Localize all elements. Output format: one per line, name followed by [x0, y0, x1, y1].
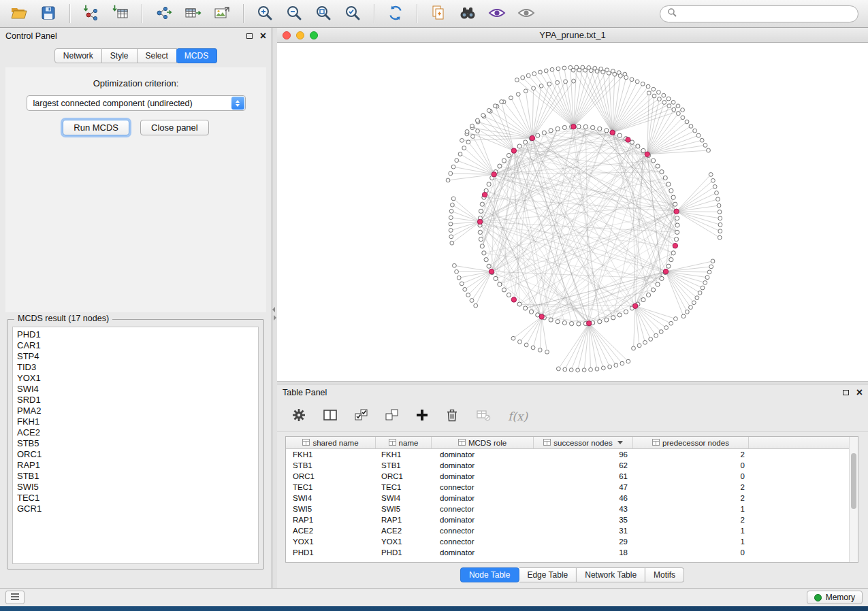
column-header-predecessor-nodes[interactable]: predecessor nodes — [633, 437, 749, 448]
mcds-result-item[interactable]: GCR1 — [13, 503, 258, 514]
export-image-button[interactable] — [210, 3, 234, 24]
style-preview-button[interactable] — [485, 3, 509, 24]
table-scrollbar[interactable] — [849, 437, 858, 562]
mcds-result-item[interactable]: STB5 — [13, 438, 258, 449]
search-input[interactable] — [681, 9, 851, 18]
network-view[interactable] — [277, 43, 868, 381]
float-panel-icon[interactable] — [246, 33, 253, 39]
create-column-button[interactable] — [416, 407, 428, 426]
table-row[interactable]: STB1STB1dominator620 — [286, 460, 858, 471]
mcds-result-item[interactable]: ACE2 — [13, 427, 258, 438]
mcds-result-item[interactable]: STP4 — [13, 351, 258, 362]
table-row[interactable]: YOX1YOX1connector291 — [286, 536, 858, 547]
export-table-button[interactable] — [180, 3, 205, 24]
scrollbar-thumb[interactable] — [851, 453, 856, 509]
network-graph[interactable] — [277, 43, 868, 381]
table-row[interactable]: RAP1RAP1dominator352 — [286, 514, 858, 525]
table-cell: dominator — [432, 516, 534, 524]
open-file-button[interactable] — [7, 3, 31, 24]
close-table-panel-icon[interactable]: × — [856, 387, 863, 398]
tab-select[interactable]: Select — [138, 48, 177, 63]
memory-button[interactable]: Memory — [807, 591, 863, 604]
maximize-window-icon[interactable] — [310, 31, 318, 39]
search-network-button[interactable] — [455, 3, 480, 24]
clone-network-button[interactable] — [426, 3, 451, 24]
mcds-result-item[interactable]: SWI4 — [13, 384, 258, 395]
mcds-result-item[interactable]: SRD1 — [13, 395, 258, 406]
toolbar-separator — [374, 4, 374, 23]
export-network-button[interactable] — [151, 3, 176, 24]
criterion-dropdown[interactable]: largest connected component (undirected) — [27, 95, 246, 111]
mcds-result-item[interactable]: PHD1 — [13, 329, 258, 340]
close-panel-button[interactable]: Close panel — [140, 120, 209, 135]
table-row[interactable]: TEC1TEC1connector472 — [286, 482, 858, 493]
zoom-selected-button[interactable] — [340, 3, 365, 24]
collapse-left-icon[interactable] — [272, 307, 275, 312]
fx-icon: f(x) — [508, 410, 528, 423]
panel-splitter[interactable] — [272, 28, 277, 588]
run-mcds-button[interactable]: Run MCDS — [63, 120, 129, 135]
table-tab-node-table[interactable]: Node Table — [460, 567, 519, 582]
delete-table-button[interactable] — [476, 407, 491, 426]
table-cell: 2 — [633, 516, 749, 524]
gear-icon — [292, 408, 306, 424]
tab-style[interactable]: Style — [102, 48, 138, 63]
checked-boxes-icon — [355, 409, 368, 423]
table-row[interactable]: SWI4SWI4dominator462 — [286, 493, 858, 503]
column-header-name[interactable]: name — [376, 437, 432, 448]
hide-panels-button[interactable] — [5, 591, 25, 604]
delete-column-button[interactable] — [445, 407, 459, 426]
purple-eye-icon — [487, 5, 507, 23]
mcds-result-item[interactable]: PMA2 — [13, 406, 258, 416]
zoom-in-button[interactable] — [253, 3, 277, 24]
table-cell: 61 — [534, 472, 633, 480]
search-icon — [667, 7, 677, 20]
tab-network[interactable]: Network — [54, 48, 102, 63]
mcds-result-list[interactable]: PHD1CAR1STP4TID3YOX1SWI4SRD1PMA2FKH1ACE2… — [12, 327, 259, 564]
minimize-window-icon[interactable] — [296, 31, 304, 39]
table-row[interactable]: ACE2ACE2connector311 — [286, 525, 858, 536]
table-tab-edge-table[interactable]: Edge Table — [519, 567, 577, 582]
mcds-result-item[interactable]: CAR1 — [13, 340, 258, 351]
select-all-columns-button[interactable] — [355, 407, 368, 426]
table-cell: YOX1 — [376, 538, 432, 546]
zoom-fit-button[interactable] — [311, 3, 336, 24]
mcds-result-item[interactable]: TEC1 — [13, 493, 258, 503]
mcds-result-item[interactable]: FKH1 — [13, 416, 258, 427]
import-table-button[interactable] — [108, 3, 133, 24]
import-network-button[interactable] — [79, 3, 103, 24]
mcds-result-item[interactable]: STB1 — [13, 471, 258, 482]
mcds-result-item[interactable]: YOX1 — [13, 373, 258, 384]
control-panel-tabs: NetworkStyleSelectMCDS — [0, 48, 272, 63]
table-body: FKH1FKH1dominator962STB1STB1dominator620… — [286, 449, 858, 558]
collapse-right-icon[interactable] — [274, 315, 276, 320]
unselect-all-columns-button[interactable] — [385, 407, 399, 426]
mcds-result-item[interactable]: SWI5 — [13, 482, 258, 493]
show-column-button[interactable] — [323, 407, 338, 426]
table-row[interactable]: SWI5SWI5connector431 — [286, 503, 858, 514]
close-window-icon[interactable] — [283, 31, 291, 39]
mcds-result-item[interactable]: TID3 — [13, 362, 258, 373]
mcds-result-item[interactable]: ORC1 — [13, 449, 258, 460]
table-settings-button[interactable] — [292, 407, 306, 426]
mcds-result-title: MCDS result (17 nodes) — [14, 314, 112, 323]
apply-layout-button[interactable] — [383, 3, 408, 24]
hide-graphics-button[interactable] — [514, 3, 539, 24]
table-cell: SWI4 — [376, 494, 432, 502]
column-header-MCDS-role[interactable]: MCDS role — [432, 437, 534, 448]
table-row[interactable]: ORC1ORC1dominator610 — [286, 471, 858, 482]
column-header-shared-name[interactable]: shared name — [286, 437, 376, 448]
float-table-panel-icon[interactable] — [843, 390, 849, 395]
table-row[interactable]: PHD1PHD1dominator180 — [286, 547, 858, 558]
zoom-out-button[interactable] — [282, 3, 306, 24]
close-panel-icon[interactable]: × — [260, 31, 266, 42]
mcds-result-item[interactable]: RAP1 — [13, 460, 258, 471]
table-tab-motifs[interactable]: Motifs — [645, 567, 684, 582]
table-row[interactable]: FKH1FKH1dominator962 — [286, 449, 858, 460]
save-session-button[interactable] — [36, 3, 61, 24]
column-header-successor-nodes[interactable]: successor nodes — [534, 437, 633, 448]
zoom-selected-icon — [344, 4, 361, 24]
tab-mcds[interactable]: MCDS — [176, 48, 217, 63]
table-tab-network-table[interactable]: Network Table — [577, 567, 645, 582]
function-builder-button[interactable]: f(x) — [508, 407, 528, 426]
